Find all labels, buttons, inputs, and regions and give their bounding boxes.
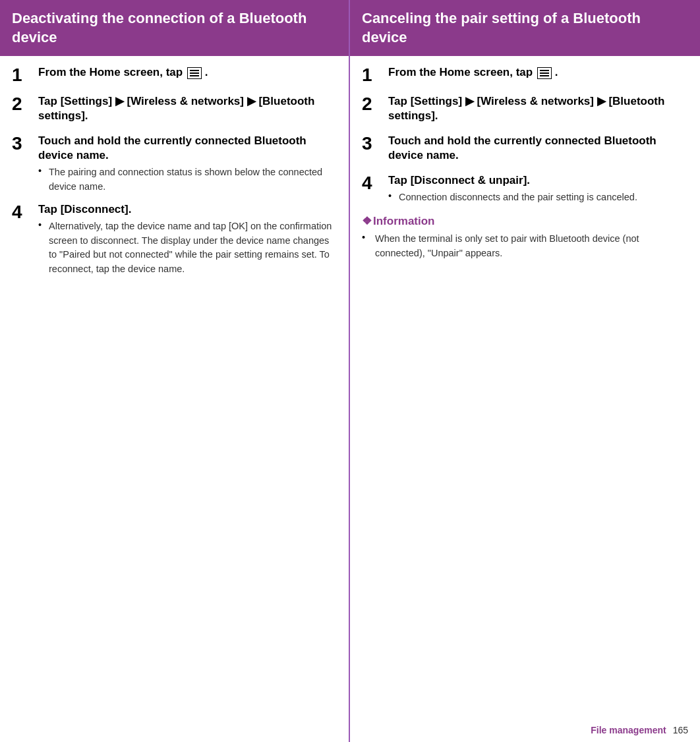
left-step-1-title: From the Home screen, tap . bbox=[38, 65, 337, 80]
right-step-4-number: 4 bbox=[362, 172, 388, 194]
left-step-1: 1 From the Home screen, tap . bbox=[12, 65, 337, 86]
right-step-4: 4 Tap [Disconnect & unpair]. • Connectio… bbox=[362, 173, 688, 205]
left-step-2-content: Tap [Settings] ▶ [Wireless & networks] ▶… bbox=[38, 94, 337, 126]
bullet-symbol: • bbox=[388, 190, 395, 201]
info-bullet-symbol: • bbox=[362, 232, 370, 243]
right-step-4-content: Tap [Disconnect & unpair]. • Connection … bbox=[388, 173, 688, 205]
information-title: Information bbox=[362, 214, 688, 228]
right-step-1-title: From the Home screen, tap . bbox=[388, 65, 688, 80]
right-step-1: 1 From the Home screen, tap . bbox=[362, 65, 688, 86]
information-bullet-1: • When the terminal is only set to pair … bbox=[362, 232, 688, 261]
footer-label: File management bbox=[591, 725, 666, 735]
left-step-4-title: Tap [Disconnect]. bbox=[38, 202, 337, 217]
right-step-2: 2 Tap [Settings] ▶ [Wireless & networks]… bbox=[362, 94, 688, 126]
left-step-2-title: Tap [Settings] ▶ [Wireless & networks] ▶… bbox=[38, 94, 337, 123]
right-step-2-number: 2 bbox=[362, 93, 388, 115]
right-step-1-content: From the Home screen, tap . bbox=[388, 65, 688, 82]
information-block: Information • When the terminal is only … bbox=[362, 214, 688, 261]
right-step-2-title: Tap [Settings] ▶ [Wireless & networks] ▶… bbox=[388, 94, 688, 123]
right-step-2-content: Tap [Settings] ▶ [Wireless & networks] ▶… bbox=[388, 94, 688, 126]
left-section-header: Deactivating the connection of a Bluetoo… bbox=[0, 0, 349, 56]
right-step-3-number: 3 bbox=[362, 132, 388, 155]
left-step-2-number: 2 bbox=[12, 93, 38, 115]
left-step-4-bullet-1: • Alternatively, tap the device name and… bbox=[38, 219, 337, 277]
information-bullet-text: When the terminal is only set to pair wi… bbox=[375, 232, 688, 261]
right-step-4-bullet-1: • Connection disconnects and the pair se… bbox=[388, 190, 688, 205]
left-step-1-content: From the Home screen, tap . bbox=[38, 65, 337, 82]
bullet-symbol: • bbox=[38, 219, 45, 230]
left-column: Deactivating the connection of a Bluetoo… bbox=[0, 0, 350, 742]
left-step-3-title: Touch and hold the currently connected B… bbox=[38, 134, 337, 163]
page-container: Deactivating the connection of a Bluetoo… bbox=[0, 0, 700, 742]
right-column: Canceling the pair setting of a Bluetoot… bbox=[350, 0, 700, 742]
right-section-content: 1 From the Home screen, tap . 2 Tap [Set… bbox=[350, 56, 700, 270]
left-step-4: 4 Tap [Disconnect]. • Alternatively, tap… bbox=[12, 202, 337, 277]
left-step-4-content: Tap [Disconnect]. • Alternatively, tap t… bbox=[38, 202, 337, 277]
left-step-3: 3 Touch and hold the currently connected… bbox=[12, 134, 337, 194]
left-step-3-content: Touch and hold the currently connected B… bbox=[38, 134, 337, 194]
left-step-4-number: 4 bbox=[12, 201, 38, 223]
left-step-3-number: 3 bbox=[12, 132, 38, 155]
right-step-3-content: Touch and hold the currently connected B… bbox=[388, 134, 688, 165]
left-step-2: 2 Tap [Settings] ▶ [Wireless & networks]… bbox=[12, 94, 337, 126]
page-footer: File management 165 bbox=[591, 725, 688, 735]
right-step-3-title: Touch and hold the currently connected B… bbox=[388, 134, 688, 163]
right-step-4-title: Tap [Disconnect & unpair]. bbox=[388, 173, 688, 188]
bullet-symbol: • bbox=[38, 165, 45, 176]
right-section-header: Canceling the pair setting of a Bluetoot… bbox=[350, 0, 700, 56]
menu-icon-left-1 bbox=[187, 67, 202, 79]
left-step-4-bullet-text: Alternatively, tap the device name and t… bbox=[49, 219, 337, 277]
right-step-4-bullet-text: Connection disconnects and the pair sett… bbox=[399, 190, 637, 205]
left-step-1-number: 1 bbox=[12, 64, 38, 86]
right-step-3: 3 Touch and hold the currently connected… bbox=[362, 134, 688, 165]
left-section-content: 1 From the Home screen, tap . 2 Tap [Set… bbox=[0, 56, 349, 294]
menu-icon-right-1 bbox=[537, 67, 552, 79]
footer-page: 165 bbox=[673, 725, 688, 735]
left-step-3-bullet-text: The pairing and connection status is sho… bbox=[49, 165, 337, 194]
left-step-3-bullet-1: • The pairing and connection status is s… bbox=[38, 165, 337, 194]
right-step-1-number: 1 bbox=[362, 64, 388, 86]
